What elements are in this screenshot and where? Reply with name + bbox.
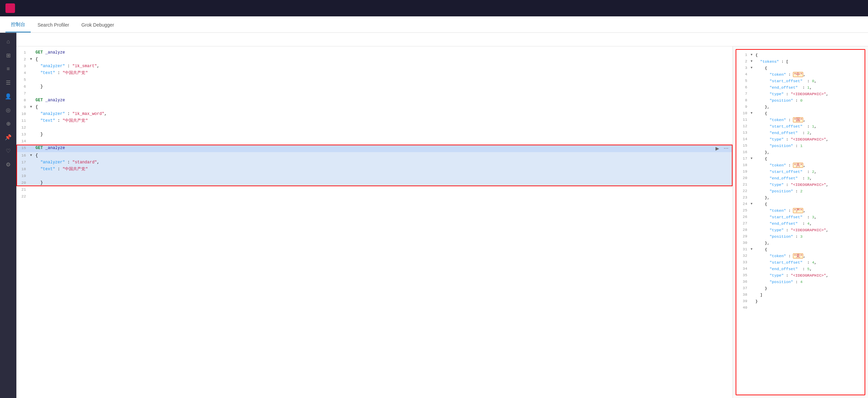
output-line-content: "type" : "<IDEOGRAPHIC>",: [755, 227, 863, 233]
output-line-number: 11: [738, 117, 751, 123]
more-button[interactable]: ⋯: [722, 145, 730, 152]
output-line-content: "start_offset" : 4,: [755, 259, 863, 266]
line-content: }: [35, 131, 733, 138]
line-content: "text" : "中国共产党": [35, 117, 733, 124]
line-number: 22: [16, 193, 30, 200]
sidebar-icon-list[interactable]: ☰: [2, 76, 14, 89]
output-line-8: 8 "position" : 0: [736, 97, 865, 104]
output-line-content: "position" : 2: [755, 188, 863, 194]
output-line-20: 20 "end_offset" : 3,: [736, 175, 865, 181]
line-number: 21: [16, 186, 30, 193]
output-line-content: },: [755, 104, 863, 110]
toolbar-settings[interactable]: [31, 38, 35, 41]
output-line-number: 23: [738, 194, 751, 201]
line-number: 7: [16, 90, 30, 97]
output-fold-arrow[interactable]: ▼: [751, 58, 755, 65]
line-content: GET _analyze: [35, 97, 733, 104]
code-line-20: 20 }: [16, 179, 733, 186]
fold-arrow[interactable]: ▼: [30, 104, 35, 110]
code-line-18: 18 "text" : "中国共产党": [16, 166, 733, 173]
sidebar-icon-settings2[interactable]: ⚙: [2, 158, 14, 171]
line-content: "analyzer" : "ik_max_word",: [35, 110, 733, 117]
line-content: }: [35, 179, 733, 186]
output-line-content: "token" : "国",: [755, 117, 863, 123]
output-line-content: {: [755, 201, 863, 207]
tab-profiler[interactable]: Search Profiler: [32, 18, 75, 32]
output-line-22: 22 "position" : 2: [736, 188, 865, 194]
output-line-number: 37: [738, 285, 751, 292]
output-fold-arrow[interactable]: ▼: [751, 156, 755, 162]
toolbar: [16, 33, 868, 46]
output-line-number: 1: [738, 52, 751, 58]
output-line-number: 33: [738, 259, 751, 266]
output-fold-arrow[interactable]: ▼: [751, 52, 755, 58]
sidebar-icon-heart[interactable]: ♡: [2, 145, 14, 157]
code-line-22: 22: [16, 193, 733, 200]
output-line-number: 28: [738, 227, 751, 233]
output-line-number: 16: [738, 149, 751, 156]
line-number: 3: [16, 63, 30, 70]
output-line-number: 38: [738, 292, 751, 298]
output-line-40: 40: [736, 305, 865, 311]
output-scroll[interactable]: 1▼{2▼ "tokens" : [3▼ {4 "token" : "中",5 …: [736, 50, 865, 395]
run-button[interactable]: ▶: [713, 145, 721, 152]
tab-console[interactable]: 控制台: [5, 17, 31, 32]
toolbar-help[interactable]: [41, 38, 45, 41]
output-line-content: "type" : "<IDEOGRAPHIC>",: [755, 136, 863, 143]
sidebar-icon-home[interactable]: ⌂: [2, 35, 14, 48]
output-line-33: 33 "start_offset" : 4,: [736, 259, 865, 266]
output-line-13: 13 "end_offset" : 2,: [736, 130, 865, 136]
editor-left[interactable]: 1GET _analyze2▼{3 "analyzer" : "ik_smart…: [16, 46, 733, 398]
output-line-content: "end_offset" : 4,: [755, 220, 863, 227]
output-line-number: 13: [738, 130, 751, 136]
output-line-12: 12 "start_offset" : 1,: [736, 123, 865, 130]
tab-grok[interactable]: Grok Debugger: [76, 18, 120, 32]
line-content: {: [35, 104, 733, 110]
output-line-number: 3: [738, 65, 751, 71]
output-line-31: 31▼ {: [736, 246, 865, 253]
line-content: GET _analyze: [35, 145, 713, 151]
sidebar-icon-connect[interactable]: ⊕: [2, 117, 14, 130]
output-line-9: 9 },: [736, 104, 865, 110]
output-line-content: "start_offset" : 0,: [755, 78, 863, 84]
code-line-17: 17 "analyzer" : "standard",: [16, 159, 733, 166]
toolbar-history[interactable]: [22, 38, 26, 41]
output-line-number: 17: [738, 156, 751, 162]
code-line-10: 10 "analyzer" : "ik_max_word",: [16, 110, 733, 117]
line-content: "analyzer" : "ik_smart",: [35, 63, 733, 70]
sidebar-icon-pin[interactable]: 📌: [2, 131, 14, 143]
output-line-content: "type" : "<IDEOGRAPHIC>",: [755, 91, 863, 97]
line-content: "text" : "中国共产党": [35, 166, 733, 173]
line-number: 12: [16, 124, 30, 131]
output-line-number: 40: [738, 305, 751, 311]
output-line-27: 27 "end_offset" : 4,: [736, 220, 865, 227]
code-line-14: 14: [16, 138, 733, 145]
line-content: }: [35, 83, 733, 90]
fold-arrow[interactable]: ▼: [30, 56, 35, 63]
output-line-content: "end_offset" : 3,: [755, 175, 863, 181]
output-line-number: 12: [738, 123, 751, 130]
output-fold-arrow[interactable]: ▼: [751, 110, 755, 117]
code-editor[interactable]: 1GET _analyze2▼{3 "analyzer" : "ik_smart…: [16, 46, 733, 398]
output-line-number: 24: [738, 201, 751, 207]
output-line-7: 7 "type" : "<IDEOGRAPHIC>",: [736, 91, 865, 97]
output-line-28: 28 "type" : "<IDEOGRAPHIC>",: [736, 227, 865, 233]
run-button-area: ▶⋯: [713, 145, 733, 152]
output-line-number: 20: [738, 175, 751, 181]
fold-arrow[interactable]: ▼: [30, 152, 35, 159]
output-line-content: },: [755, 194, 863, 201]
output-line-number: 26: [738, 214, 751, 220]
output-fold-arrow[interactable]: ▼: [751, 246, 755, 253]
output-fold-arrow[interactable]: ▼: [751, 201, 755, 207]
sidebar-icon-chart[interactable]: ≡: [2, 63, 14, 75]
line-number: 18: [16, 166, 30, 173]
output-line-25: 25 "token" : "产",: [736, 207, 865, 214]
output-line-16: 16 },: [736, 149, 865, 156]
sidebar-icon-user[interactable]: 👤: [2, 90, 14, 102]
output-line-content: {: [755, 65, 863, 71]
content-area: 1GET _analyze2▼{3 "analyzer" : "ik_smart…: [16, 33, 868, 398]
sidebar-icon-grid[interactable]: ⊞: [2, 49, 14, 61]
sidebar-icon-globe[interactable]: ◎: [2, 104, 14, 116]
line-number: 11: [16, 117, 30, 124]
output-fold-arrow[interactable]: ▼: [751, 65, 755, 71]
